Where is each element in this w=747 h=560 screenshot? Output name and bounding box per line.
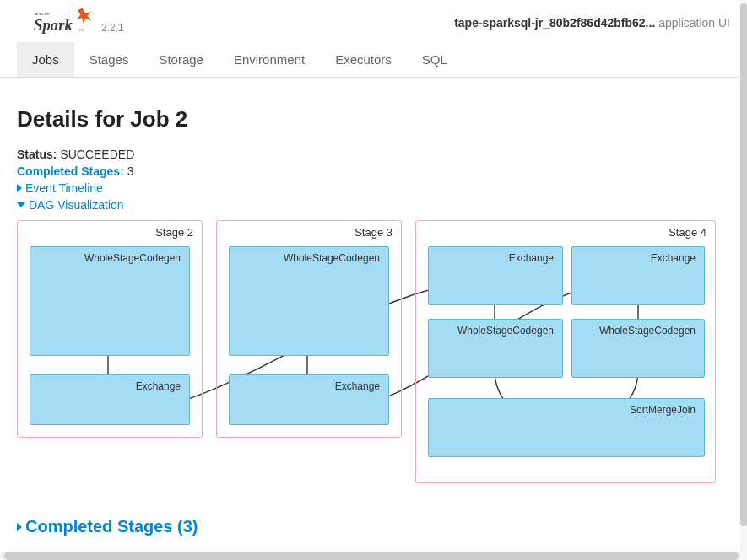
stage-box: Stage 2WholeStageCodegenExchange bbox=[17, 220, 203, 438]
stage-box: Stage 3WholeStageCodegenExchange bbox=[216, 220, 402, 438]
dag-operator-box[interactable]: WholeStageCodegen bbox=[229, 246, 389, 356]
main-content: Details for Job 2 Status: SUCCEEDED Comp… bbox=[0, 78, 747, 552]
nav-tab-environment[interactable]: Environment bbox=[219, 42, 320, 77]
svg-text:Spark: Spark bbox=[34, 16, 73, 34]
stage-label: Stage 3 bbox=[355, 226, 392, 239]
nav-tab-storage[interactable]: Storage bbox=[143, 42, 219, 77]
dag-operator-box[interactable]: Exchange bbox=[229, 374, 389, 425]
svg-text:TM: TM bbox=[78, 28, 84, 32]
dag-operator-box[interactable]: SortMergeJoin bbox=[428, 398, 705, 457]
status-line: Status: SUCCEEDED bbox=[17, 148, 730, 161]
status-value: SUCCEEDED bbox=[60, 148, 134, 161]
dag-visualization-toggle[interactable]: DAG Visualization bbox=[17, 198, 730, 212]
application-name-suffix: application UI bbox=[655, 16, 730, 30]
dag-operator-box[interactable]: WholeStageCodegen bbox=[571, 319, 705, 378]
dag-operator-box[interactable]: Exchange bbox=[30, 374, 190, 425]
spark-logo-icon: APACHE Spark TM bbox=[34, 7, 95, 39]
chevron-right-icon bbox=[17, 523, 22, 531]
dag-container: Stage 2WholeStageCodegenExchangeStage 3W… bbox=[17, 220, 730, 483]
application-name: tape-sparksql-jr_80b2f86d42bfb62... appl… bbox=[454, 16, 730, 30]
header-bar: APACHE Spark TM 2.2.1 tape-sparksql-jr_8… bbox=[0, 0, 747, 42]
stage-label: Stage 4 bbox=[669, 226, 706, 239]
chevron-down-icon bbox=[17, 202, 25, 207]
nav-tabs: JobsStagesStorageEnvironmentExecutorsSQL bbox=[0, 42, 747, 78]
nav-tab-executors[interactable]: Executors bbox=[320, 42, 407, 77]
logo-area: APACHE Spark TM 2.2.1 bbox=[34, 7, 124, 39]
nav-tab-jobs[interactable]: Jobs bbox=[17, 42, 74, 77]
application-name-id: tape-sparksql-jr_80b2f86d42bfb62... bbox=[454, 16, 655, 30]
dag-operator-box[interactable]: Exchange bbox=[571, 246, 705, 305]
dag-operator-box[interactable]: WholeStageCodegen bbox=[428, 319, 563, 378]
completed-stages-line: Completed Stages: 3 bbox=[17, 164, 730, 178]
nav-tab-sql[interactable]: SQL bbox=[407, 42, 463, 77]
page-title: Details for Job 2 bbox=[17, 106, 730, 132]
version-label: 2.2.1 bbox=[101, 22, 124, 39]
dag-operator-box[interactable]: Exchange bbox=[428, 246, 563, 305]
completed-stages-section-toggle[interactable]: Completed Stages (3) bbox=[17, 517, 730, 536]
event-timeline-label: Event Timeline bbox=[25, 181, 103, 195]
vertical-scrollbar[interactable] bbox=[740, 0, 747, 552]
event-timeline-toggle[interactable]: Event Timeline bbox=[17, 181, 730, 195]
completed-stages-value: 3 bbox=[127, 164, 134, 178]
nav-tab-stages[interactable]: Stages bbox=[74, 42, 144, 77]
dag-visualization-label: DAG Visualization bbox=[29, 198, 124, 212]
stage-box: Stage 4ExchangeExchangeWholeStageCodegen… bbox=[415, 220, 716, 483]
stage-label: Stage 2 bbox=[155, 226, 193, 239]
chevron-right-icon bbox=[17, 184, 22, 192]
completed-stages-label[interactable]: Completed Stages: bbox=[17, 164, 124, 178]
dag-operator-box[interactable]: WholeStageCodegen bbox=[30, 246, 190, 356]
completed-stages-section-label: Completed Stages (3) bbox=[25, 517, 198, 536]
status-label: Status: bbox=[17, 148, 57, 161]
